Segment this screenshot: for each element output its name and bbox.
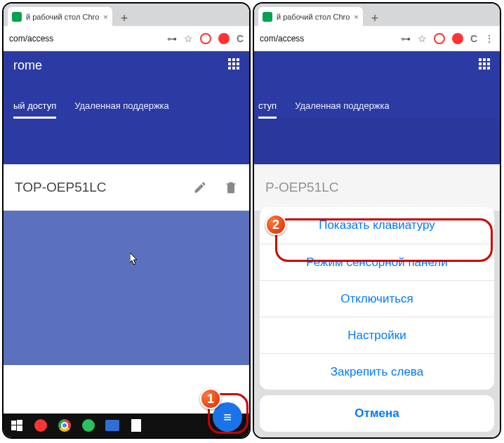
sheet-disconnect[interactable]: Отключиться [260,280,494,317]
action-sheet: Показать клавиатуру Режим сенсорной пане… [260,207,494,432]
extension-c-icon[interactable]: C [237,33,244,44]
menu-dots-icon[interactable]: ⋮ [484,33,494,44]
app-header: rome ый доступ Удаленная поддержка [4,51,249,119]
tab-remote-support[interactable]: Удаленная поддержка [74,100,169,119]
browser-tab[interactable]: й рабочий стол Chro × [8,7,112,26]
apps-grid-icon[interactable] [479,58,490,70]
favicon-icon [12,12,22,22]
browser-tabbar: й рабочий стол Chro × + [4,4,249,26]
edit-icon[interactable] [193,180,207,194]
content-area: P-OEP51LC Показать клавиатуру Режим сенс… [254,119,500,437]
callout-badge-1: 1 [200,388,221,409]
app-title [258,58,490,73]
sheet-show-keyboard[interactable]: Показать клавиатуру [260,207,494,244]
device-name: TOP-OEP51LC [15,180,107,195]
apps-grid-icon[interactable] [228,58,239,70]
footer-link[interactable]: ts. [13,403,23,414]
tab-title: й рабочий стол Chro [26,13,99,21]
svg-rect-2 [11,425,16,430]
taskbar-chrome-icon[interactable] [54,416,75,435]
device-row[interactable]: TOP-OEP51LC [4,164,249,211]
tab-title: й рабочий стол Chro [277,13,350,21]
remote-desktop-area[interactable] [4,211,249,365]
tab-remote-support[interactable]: Удаленная поддержка [295,100,390,119]
star-icon[interactable]: ☆ [418,33,427,44]
address-bar[interactable]: com/access ⊶ ☆ C ⋮ [254,26,500,51]
tab-remote-access[interactable]: ступ [258,100,277,119]
new-tab-button[interactable]: + [117,11,133,26]
taskbar-elephant-icon[interactable] [78,416,99,435]
sheet-trackpad-mode[interactable]: Режим сенсорной панели [260,244,494,280]
opera-icon[interactable] [452,33,463,44]
star-icon[interactable]: ☆ [184,33,193,44]
svg-rect-0 [11,421,16,425]
windows-start-icon[interactable] [6,416,27,435]
sheet-dock-left[interactable]: Закрепить слева [260,353,494,390]
new-tab-button[interactable]: + [367,11,383,26]
app-title: rome [13,58,239,73]
hamburger-icon: ≡ [223,409,232,425]
callout-badge-2: 2 [265,214,286,235]
taskbar-camera-icon[interactable] [102,416,123,435]
svg-rect-1 [17,420,22,425]
taskbar-opera-icon[interactable] [30,416,51,435]
footer-link-privacy[interactable]: Конфиденциальность [40,403,133,414]
delete-icon[interactable] [224,180,238,194]
browser-tab[interactable]: й рабочий стол Chro × [258,7,363,26]
yandex-icon[interactable] [434,33,445,44]
sheet-settings[interactable]: Настройки [260,317,494,353]
tab-remote-access[interactable]: ый доступ [13,100,56,119]
action-sheet-backdrop[interactable]: Показать клавиатуру Режим сенсорной пане… [254,119,500,437]
close-icon[interactable]: × [354,13,358,21]
browser-tabbar: й рабочий стол Chro × + [254,4,500,26]
sheet-cancel[interactable]: Отмена [260,395,494,432]
favicon-icon [263,12,272,22]
close-icon[interactable]: × [103,13,107,21]
cursor-icon [130,253,138,265]
key-icon[interactable]: ⊶ [167,33,177,44]
opera-icon[interactable] [218,33,230,44]
address-bar[interactable]: com/access ⊶ ☆ C [4,26,249,51]
yandex-icon[interactable] [200,33,211,44]
url: com/access [9,34,53,44]
taskbar-doc-icon[interactable] [126,416,147,435]
key-icon[interactable]: ⊶ [401,33,411,44]
url: com/access [260,34,304,44]
svg-rect-3 [17,425,22,431]
extension-c-icon[interactable]: C [470,33,477,44]
app-header: ступ Удаленная поддержка [254,51,500,119]
